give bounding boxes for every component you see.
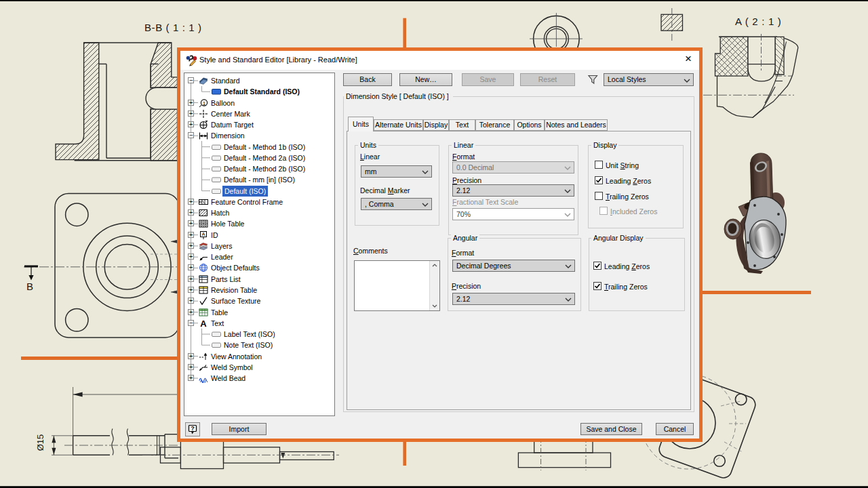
svg-text:A ( 2 : 1 ): A ( 2 : 1 )	[735, 16, 782, 27]
svg-text:B-B ( 1 : 1 ): B-B ( 1 : 1 )	[144, 22, 202, 33]
svg-text:?: ?	[191, 425, 195, 432]
svg-text:Ø15: Ø15	[35, 434, 45, 451]
svg-text:B: B	[26, 281, 33, 292]
svg-text:1: 1	[203, 100, 206, 106]
svg-text:A: A	[200, 319, 207, 328]
svg-text:A: A	[201, 231, 205, 237]
